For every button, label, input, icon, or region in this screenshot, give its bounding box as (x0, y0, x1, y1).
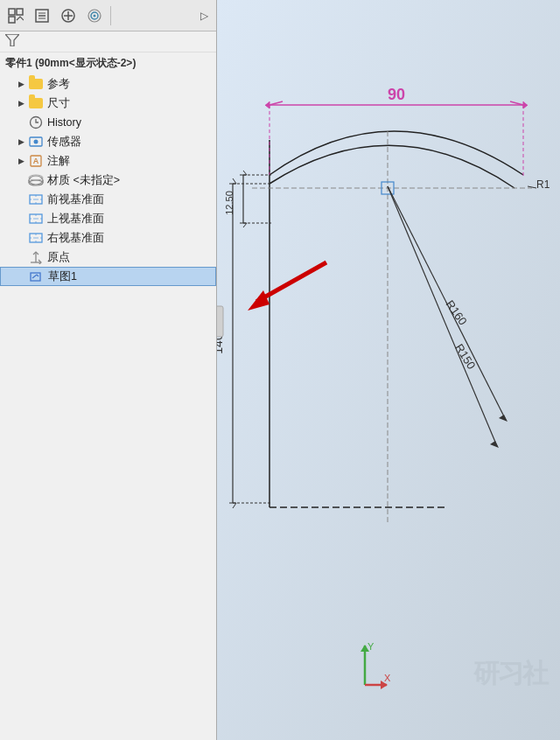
tree-item-origin[interactable]: ▶ 原点 (0, 248, 216, 267)
plane-icon-top (28, 211, 44, 227)
svg-text:A: A (33, 157, 39, 165)
tree-item-sketch1[interactable]: ▶ 草图1 (0, 267, 216, 286)
tree-header-label: 零件1 (90mm<显示状态-2>) (5, 57, 136, 69)
plane-icon-front (28, 192, 44, 207)
svg-rect-2 (9, 17, 15, 23)
tree-label-origin: 原点 (47, 250, 70, 265)
tree-item-right[interactable]: ▶ 右视基准面 (0, 228, 216, 248)
toolbar-btn-1[interactable] (4, 3, 28, 28)
svg-rect-35 (31, 273, 40, 281)
sketch-icon (29, 269, 45, 284)
svg-point-16 (34, 140, 38, 144)
tree-label-front: 前视基准面 (47, 192, 104, 207)
tree-label-sketch1: 草图1 (48, 269, 77, 284)
tree-label-material: 材质 <未指定> (47, 173, 120, 188)
left-panel: ▷ 零件1 (90mm<显示状态-2>) ▶ 参考 (0, 0, 217, 740)
toolbar-separator (110, 6, 111, 25)
expand-arrow-annot: ▶ (16, 156, 26, 166)
expand-arrow-sensor: ▶ (16, 136, 26, 147)
toolbar-btn-3[interactable] (56, 3, 80, 28)
tree-header: 零件1 (90mm<显示状态-2>) (0, 52, 216, 74)
axis-indicator: Y X (339, 641, 391, 696)
tree-item-top[interactable]: ▶ 上视基准面 (0, 209, 216, 228)
svg-rect-0 (9, 9, 15, 15)
filter-bar (0, 31, 216, 52)
tree-label-annot: 注解 (47, 154, 70, 169)
svg-rect-38 (217, 0, 560, 740)
plane-icon-right (28, 230, 44, 246)
svg-text:90: 90 (388, 86, 405, 103)
toolbar: ▷ (0, 0, 216, 31)
history-icon (28, 115, 44, 130)
tree-label-top: 上视基准面 (47, 212, 104, 227)
sensor-icon (28, 134, 44, 150)
cad-drawing: 90 12.50 140 R160 R150 (217, 0, 560, 740)
watermark: 研习社 (473, 656, 547, 692)
svg-text:R1: R1 (536, 178, 550, 191)
svg-rect-62 (217, 306, 223, 337)
tree-label-dim: 尺寸 (47, 96, 70, 111)
tree-item-front[interactable]: ▶ 前视基准面 (0, 190, 216, 209)
tree-item-history[interactable]: ▶ History (0, 113, 216, 132)
material-icon (28, 172, 44, 188)
folder-icon-dim (28, 95, 44, 111)
tree-item-dim[interactable]: ▶ 尺寸 (0, 94, 216, 113)
tree-label-right: 右视基准面 (47, 231, 104, 246)
svg-point-12 (94, 14, 96, 17)
tree-item-annot[interactable]: ▶ A 注解 (0, 151, 216, 171)
svg-rect-1 (17, 9, 23, 15)
tree-label-sensor: 传感器 (47, 135, 81, 150)
svg-text:X: X (384, 673, 391, 683)
svg-line-36 (32, 275, 37, 278)
origin-icon (28, 249, 44, 265)
folder-icon-ref (28, 76, 44, 92)
filter-icon (5, 34, 19, 49)
toolbar-btn-4[interactable] (82, 3, 107, 28)
svg-line-37 (37, 275, 38, 276)
expand-arrow-ref: ▶ (16, 79, 26, 89)
tree-item-ref[interactable]: ▶ 参考 (0, 74, 216, 94)
expand-arrow-dim: ▶ (16, 98, 26, 108)
toolbar-btn-2[interactable] (30, 3, 54, 28)
svg-marker-13 (5, 34, 19, 46)
tree-label-ref: 参考 (47, 77, 70, 92)
tree-item-material[interactable]: ▶ 材质 <未指定> (0, 171, 216, 190)
right-panel: 90 12.50 140 R160 R150 (217, 0, 560, 740)
tree-item-sensor[interactable]: ▶ 传感器 (0, 132, 216, 151)
svg-text:Y: Y (368, 641, 374, 652)
tree-label-history: History (47, 116, 81, 129)
tree-container: ▶ 参考 ▶ 尺寸 ▶ (0, 74, 216, 740)
annotation-icon: A (28, 153, 44, 169)
toolbar-expand-arrow[interactable]: ▷ (195, 3, 213, 28)
